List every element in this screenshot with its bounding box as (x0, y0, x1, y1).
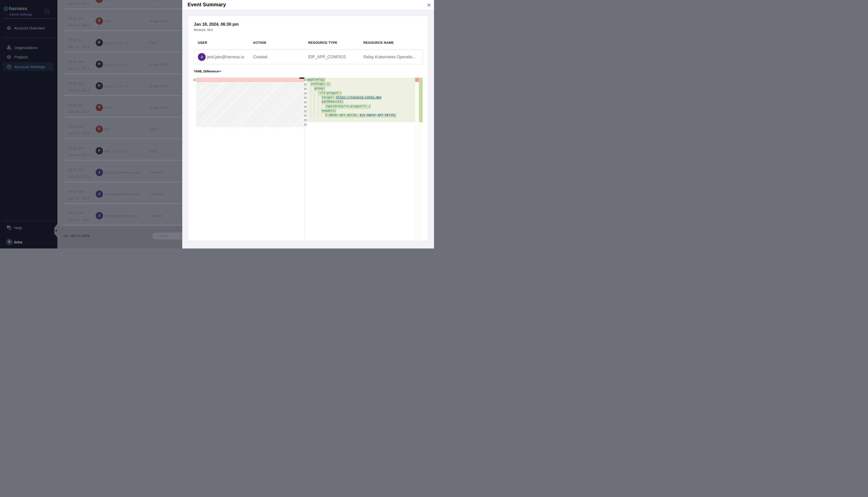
svg-text:?: ? (8, 226, 9, 228)
